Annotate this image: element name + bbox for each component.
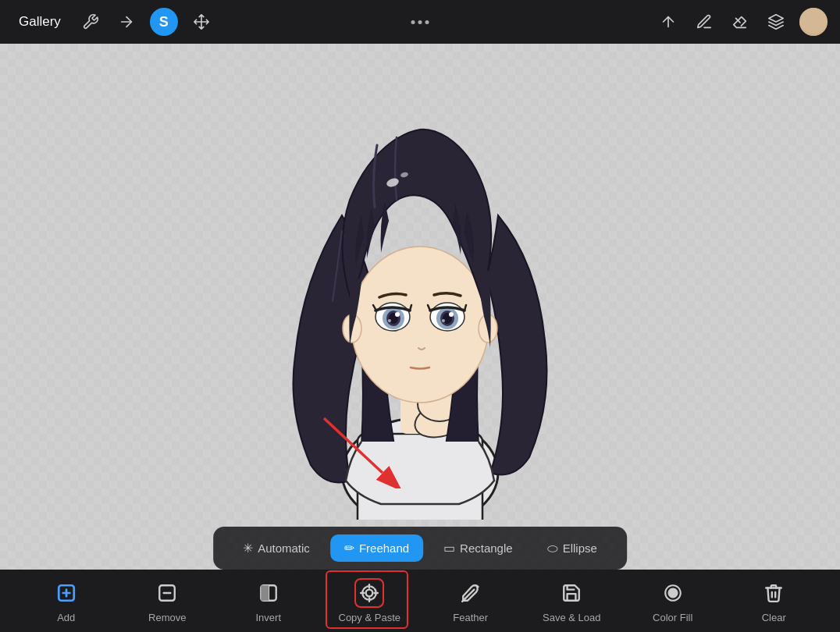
character-illustration [240,59,600,520]
top-toolbar: Gallery S [0,0,840,44]
automatic-icon: ✳ [243,541,253,556]
color-fill-icon [658,578,688,608]
add-label: Add [57,612,75,623]
save-load-icon [557,578,586,608]
add-icon [52,578,81,608]
freehand-selection-btn[interactable]: ✏ Freehand [330,534,423,562]
wrench-icon[interactable] [78,9,103,34]
svg-point-25 [449,312,454,317]
copy-paste-label: Copy & Paste [339,612,401,623]
magic-wand-icon[interactable] [114,9,139,34]
clear-label: Clear [762,612,786,623]
transform-icon[interactable] [189,9,214,34]
save-load-label: Save & Load [543,612,600,623]
clear-icon [759,578,788,608]
more-options-dots[interactable] [411,20,429,24]
dot1 [411,20,415,24]
toolbar-left: Gallery S [12,8,214,36]
avatar-image [799,8,828,36]
invert-button[interactable]: Invert [237,578,300,623]
dot3 [425,20,429,24]
svg-line-34 [324,418,383,473]
red-arrow-indicator [308,410,402,492]
invert-icon [254,578,283,608]
rectangle-selection-btn[interactable]: ▭ Rectangle [429,534,527,562]
svg-point-12 [351,247,489,403]
invert-label: Invert [255,612,281,623]
save-load-button[interactable]: Save & Load [540,578,603,623]
eraser-tool-icon[interactable] [728,9,753,34]
remove-button[interactable]: Remove [136,578,198,623]
add-button[interactable]: Add [35,578,98,623]
svg-rect-41 [261,585,269,601]
clear-button[interactable]: Clear [742,578,805,623]
rectangle-icon: ▭ [443,541,455,556]
feather-label: Feather [453,612,488,623]
selection-mode-toolbar: ✳ Automatic ✏ Freehand ▭ Rectangle ⬭ Ell… [213,527,627,570]
color-fill-label: Color Fill [653,612,692,623]
gallery-button[interactable]: Gallery [12,11,67,33]
selection-mode-button[interactable]: S [150,8,178,36]
color-fill-button[interactable]: Color Fill [642,578,704,623]
remove-label: Remove [148,612,186,623]
dot2 [418,20,422,24]
ellipse-selection-btn[interactable]: ⬭ Ellipse [533,535,611,562]
freehand-icon: ✏ [344,541,354,556]
svg-marker-2 [769,15,783,22]
smudge-tool-icon[interactable] [692,9,717,34]
copy-paste-icon [354,578,384,608]
remove-icon [152,578,182,608]
feather-icon [456,578,486,608]
pen-tool-icon[interactable] [656,9,681,34]
svg-point-18 [388,319,391,322]
layers-icon[interactable] [763,9,788,34]
avatar[interactable] [799,8,828,36]
svg-point-42 [366,590,373,597]
bottom-toolbar: Add Remove Invert [0,570,840,632]
toolbar-right [656,8,828,36]
svg-point-26 [442,319,445,322]
automatic-selection-btn[interactable]: ✳ Automatic [229,534,324,562]
ellipse-icon: ⬭ [547,541,558,556]
svg-point-17 [395,312,400,317]
feather-button[interactable]: Feather [440,578,502,623]
copy-paste-button[interactable]: Copy & Paste [338,578,400,623]
